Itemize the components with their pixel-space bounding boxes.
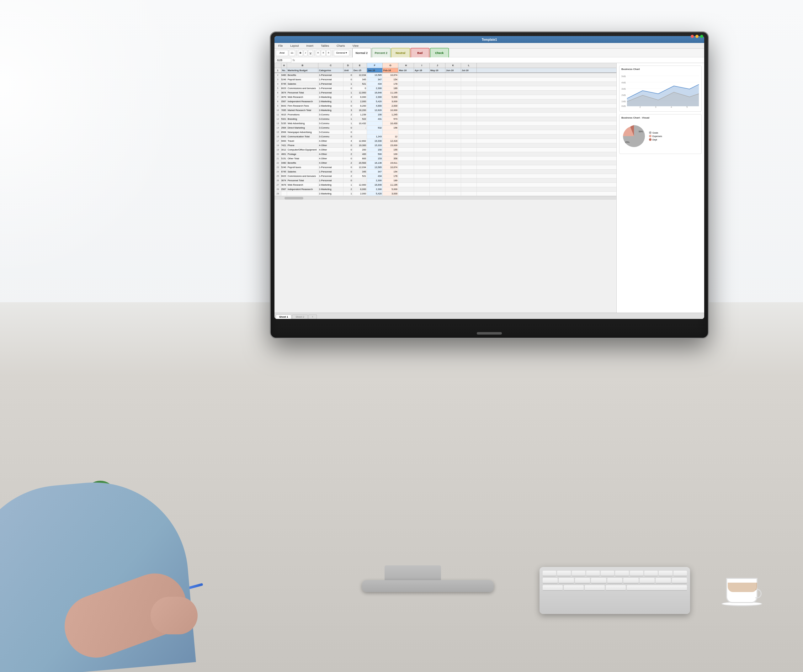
cell-jan16[interactable]: 16,136 xyxy=(367,161,383,165)
cell-mar16[interactable] xyxy=(398,108,414,112)
cell-unit[interactable]: 1 xyxy=(343,82,353,86)
minimize-button[interactable] xyxy=(696,35,699,38)
cell-dec15[interactable]: 683 xyxy=(353,156,367,161)
cell-feb16[interactable]: 189 xyxy=(383,86,398,90)
cell-name[interactable]: Computer/Office Equipment xyxy=(287,148,319,152)
table-row[interactable]: 22 10460 Benefits 4-Other 2 20,583 16,13… xyxy=(275,161,616,165)
header-col-c[interactable]: C xyxy=(319,63,343,68)
cell-name[interactable]: Personnel Total xyxy=(287,179,319,182)
cell-category[interactable]: 4-Other xyxy=(319,152,343,156)
underline-btn[interactable]: U xyxy=(308,50,313,56)
cell-dec15[interactable]: 12,034 xyxy=(353,73,367,77)
cell-name[interactable]: Communication Total xyxy=(287,135,319,139)
cell-feb16[interactable]: 189 xyxy=(383,179,398,182)
cell-name[interactable]: Other Total xyxy=(287,156,319,161)
cell-dec15[interactable]: 345 xyxy=(353,78,367,81)
cell-unit[interactable]: 0 xyxy=(343,126,353,130)
cell-may16[interactable] xyxy=(430,156,445,161)
cell-apr16[interactable] xyxy=(414,143,430,148)
cell-jul16[interactable] xyxy=(461,91,477,95)
header-col-i[interactable]: I xyxy=(414,63,430,68)
font-size-btn[interactable]: 11 xyxy=(289,50,295,56)
cell-may16[interactable] xyxy=(430,161,445,165)
cell-dec15[interactable]: 0 xyxy=(353,86,367,90)
table-row[interactable]: 25 76023 Commissions and bonuses 1-Perso… xyxy=(275,174,616,179)
cell-may16[interactable] xyxy=(430,91,445,95)
cell-may16[interactable] xyxy=(430,130,445,134)
cell-feb16[interactable]: 10,000 xyxy=(383,108,398,112)
cell-jan16[interactable]: 2,300 xyxy=(367,179,383,182)
header-col-g[interactable]: G xyxy=(383,63,398,68)
cell-jun16[interactable] xyxy=(445,170,461,174)
cell-name[interactable]: Independent Reasearch xyxy=(287,187,319,191)
cell-feb16[interactable]: 11,195 xyxy=(383,183,398,187)
header-col-l[interactable]: L xyxy=(461,63,477,68)
cell-feb16[interactable]: 15,611 xyxy=(383,161,398,165)
cell-jan16[interactable]: 4,900 xyxy=(367,104,383,108)
align-center-btn[interactable]: ≡ xyxy=(321,50,325,56)
cell-jun16[interactable] xyxy=(445,174,461,178)
cell-feb16[interactable]: 10,674 xyxy=(383,165,398,169)
cell-apr16[interactable] xyxy=(414,113,430,117)
cell-category[interactable]: 1-Personnal xyxy=(319,179,343,182)
cell-mar16[interactable] xyxy=(398,126,414,130)
cell-jun16[interactable] xyxy=(445,192,461,196)
sheet-tab-add[interactable]: + xyxy=(308,315,317,319)
table-row[interactable]: 20 24601 Postage 4-Other 2 400 500 100 xyxy=(275,152,616,156)
cell-dec15[interactable]: 2,000 xyxy=(353,99,367,104)
cell-may16[interactable] xyxy=(430,139,445,143)
cell-apr16[interactable] xyxy=(414,183,430,187)
cell-mar16[interactable] xyxy=(398,104,414,108)
cell-id[interactable]: 68508 xyxy=(281,130,287,134)
cell-category[interactable]: 4-Other xyxy=(319,148,343,152)
cell-mar16[interactable] xyxy=(398,143,414,148)
cell-jul16[interactable] xyxy=(461,126,477,130)
sheet-tab-2[interactable]: Sheet 2 xyxy=(292,315,308,319)
cell-name[interactable]: Market Research Total xyxy=(287,108,319,112)
sheet-tab-1[interactable]: Sheet 1 xyxy=(276,315,291,319)
cell-apr16[interactable] xyxy=(414,165,430,169)
cell-category[interactable]: 3-Commu xyxy=(319,126,343,130)
cell-jan16[interactable]: 532 xyxy=(367,126,383,130)
cell-unit[interactable]: 2 xyxy=(343,187,353,191)
cell-id[interactable]: 75321 xyxy=(281,117,287,121)
table-row[interactable]: 7 14678 Web Research 2-Marketing 2 6,000… xyxy=(275,95,616,99)
cell-unit[interactable]: 0 xyxy=(343,78,353,81)
table-row[interactable]: 19 93012 Computer/Office Equipment 4-Oth… xyxy=(275,148,616,152)
cell-jul16[interactable] xyxy=(461,86,477,90)
cell-unit[interactable]: 1 xyxy=(343,121,353,125)
cell-jul16[interactable] xyxy=(461,183,477,187)
normal2-style-btn[interactable]: Normal 2 xyxy=(352,48,371,58)
cell-may16[interactable] xyxy=(430,108,445,112)
cell-jul16[interactable] xyxy=(461,82,477,86)
cell-id[interactable]: 76745 xyxy=(281,170,287,174)
cell-apr16[interactable] xyxy=(414,174,430,178)
cell-jun16[interactable] xyxy=(445,179,461,182)
cell-mar16[interactable] xyxy=(398,113,414,117)
cell-feb16[interactable]: 154 xyxy=(383,170,398,174)
cell-mar16[interactable] xyxy=(398,139,414,143)
cell-mar16[interactable] xyxy=(398,148,414,152)
cell-feb16[interactable]: 100 xyxy=(383,152,398,156)
cell-name[interactable]: Independent Reasearch xyxy=(287,99,319,104)
cell-jan16[interactable]: 13,565 xyxy=(367,73,383,77)
cell-category[interactable]: 1-Personnal xyxy=(319,91,343,95)
cell-apr16[interactable] xyxy=(414,179,430,182)
cell-feb16[interactable]: 154 xyxy=(383,78,398,81)
cell-dec15[interactable] xyxy=(353,130,367,134)
cell-jul16[interactable] xyxy=(461,170,477,174)
cell-mar16[interactable] xyxy=(398,152,414,156)
cell-id[interactable]: 24601 xyxy=(281,152,287,156)
cell-jun16[interactable] xyxy=(445,135,461,139)
cell-jun16[interactable] xyxy=(445,187,461,191)
cell-mar16[interactable] xyxy=(398,82,414,86)
cell-apr16[interactable] xyxy=(414,91,430,95)
table-row[interactable]: 2 10460 Benefits 1-Personnal 0 12,034 13… xyxy=(275,73,616,78)
cell-mar16[interactable] xyxy=(398,130,414,134)
table-row[interactable]: 26 23674 Personnel Total 1-Personnal 0 2… xyxy=(275,179,616,183)
cell-apr16[interactable] xyxy=(414,152,430,156)
table-row[interactable]: 28 10567 Independent Reasearch 2-Marketi… xyxy=(275,187,616,192)
cell-may16[interactable] xyxy=(430,121,445,125)
cell-unit[interactable]: 1 xyxy=(343,183,353,187)
cell-name[interactable]: Benefits xyxy=(287,73,319,77)
